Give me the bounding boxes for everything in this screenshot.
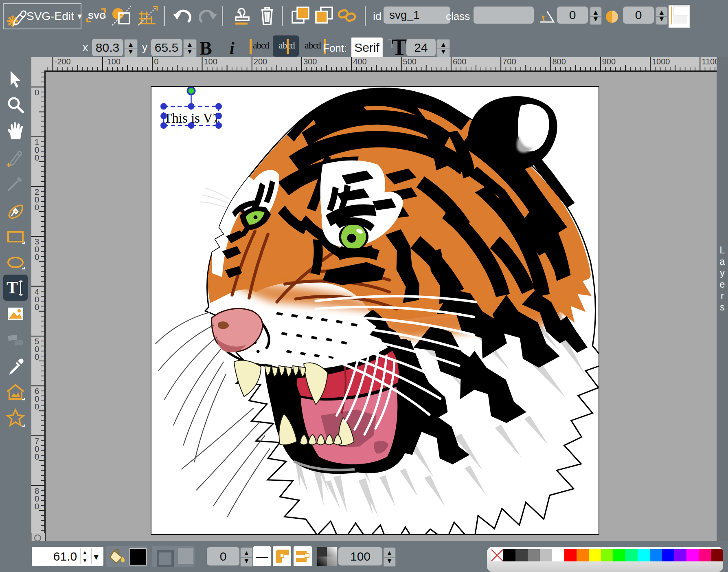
svg-text:1100: 1100 [702,57,717,66]
svg-text:1000: 1000 [652,57,670,66]
svg-text:900: 900 [602,57,616,66]
svg-text:0: 0 [35,303,39,312]
svg-text:0: 0 [35,402,39,411]
svg-text:0: 0 [35,253,39,262]
svg-text:T: T [7,278,18,297]
svg-text:0: 0 [35,203,39,212]
svg-text:0: 0 [35,452,39,461]
svg-text:200: 200 [254,57,267,66]
svg-text:0: 0 [154,57,158,66]
svg-text:300: 300 [303,57,317,66]
svg-text:-100: -100 [104,57,121,66]
svg-text:0: 0 [35,352,39,361]
svg-text:SVG: SVG [88,11,106,20]
svg-text:0: 0 [35,502,39,511]
svg-text:500: 500 [403,57,417,66]
svg-text:100: 100 [204,57,217,66]
svg-text:0: 0 [35,153,39,162]
svg-text:-200: -200 [55,57,71,66]
svg-text:400: 400 [353,57,366,66]
svg-text:600: 600 [453,57,466,66]
svg-text:800: 800 [552,57,566,66]
svg-text:700: 700 [502,57,516,66]
svg-text:0: 0 [35,88,39,97]
